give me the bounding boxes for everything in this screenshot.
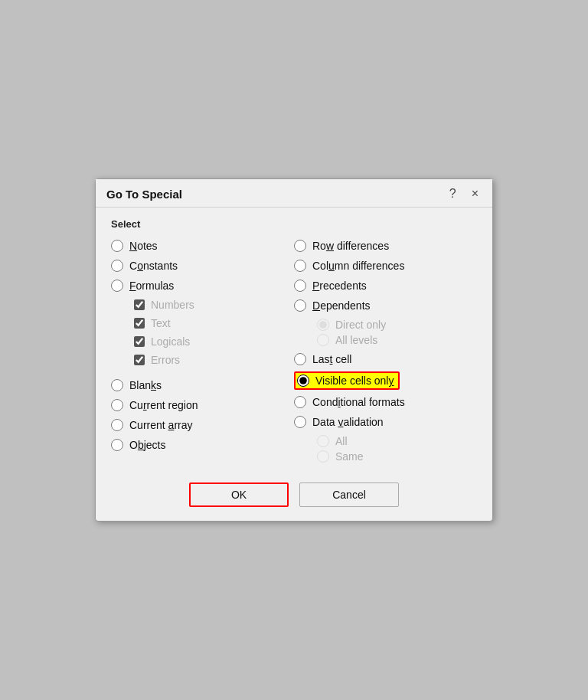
formula-sub-errors[interactable]: Errors	[134, 352, 294, 368]
sub-direct-only[interactable]: Direct only	[317, 317, 477, 332]
help-button[interactable]: ?	[446, 187, 459, 201]
goto-special-dialog: Go To Special ? × Select Notes Constants	[95, 178, 493, 522]
option-data-validation[interactable]: Data validation	[294, 414, 477, 430]
left-column: Notes Constants Formulas Numbers	[111, 237, 294, 464]
section-label: Select	[111, 218, 477, 230]
option-current-region-label: Current region	[129, 399, 198, 411]
option-dependents-label: Dependents	[312, 299, 371, 312]
ok-button[interactable]: OK	[189, 482, 289, 507]
sub-all-levels-label: All levels	[335, 334, 377, 346]
formula-errors-label: Errors	[151, 354, 180, 366]
visible-cells-highlight: Visible cells only	[294, 371, 400, 390]
option-current-array-label: Current array	[129, 419, 193, 431]
option-col-diff-label: Column differences	[312, 260, 404, 272]
dialog-title: Go To Special	[106, 188, 182, 201]
option-notes[interactable]: Notes	[111, 237, 294, 254]
options-columns: Notes Constants Formulas Numbers	[111, 237, 477, 464]
dialog-footer: OK Cancel	[96, 472, 492, 521]
dialog-body: Select Notes Constants Formulas	[96, 208, 492, 472]
sub-dv-all[interactable]: All	[317, 433, 477, 449]
option-col-diff[interactable]: Column differences	[294, 257, 477, 274]
option-row-diff-label: Row differences	[312, 240, 389, 252]
option-last-cell-label: Last cell	[312, 353, 351, 365]
option-notes-label: Notes	[129, 240, 158, 252]
option-current-region[interactable]: Current region	[111, 397, 294, 414]
sub-dv-all-label: All	[335, 435, 348, 447]
formula-numbers-label: Numbers	[151, 299, 194, 311]
sub-dv-same[interactable]: Same	[317, 449, 477, 464]
data-validation-sub: All Same	[317, 433, 477, 464]
formula-sub-logicals[interactable]: Logicals	[134, 334, 294, 349]
formula-sub-numbers[interactable]: Numbers	[134, 297, 294, 312]
option-blanks-label: Blanks	[129, 379, 162, 391]
option-constants[interactable]: Constants	[111, 257, 294, 274]
sub-direct-only-label: Direct only	[335, 319, 386, 331]
formula-logicals-label: Logicals	[151, 335, 190, 348]
close-button[interactable]: ×	[469, 187, 482, 201]
option-objects-label: Objects	[129, 439, 165, 451]
dependent-sub: Direct only All levels	[317, 317, 477, 348]
option-current-array[interactable]: Current array	[111, 417, 294, 433]
sub-dv-same-label: Same	[335, 450, 364, 463]
right-column: Row differences Column differences Prece…	[294, 237, 477, 464]
option-conditional[interactable]: Conditional formats	[294, 394, 477, 411]
cancel-button[interactable]: Cancel	[299, 482, 399, 507]
formula-text-label: Text	[151, 317, 171, 329]
title-actions: ? ×	[446, 187, 482, 201]
option-last-cell[interactable]: Last cell	[294, 351, 477, 368]
option-formulas[interactable]: Formulas	[111, 277, 294, 294]
sub-all-levels[interactable]: All levels	[317, 332, 477, 348]
option-constants-label: Constants	[129, 260, 178, 272]
option-visible-cells-label: Visible cells only	[315, 375, 394, 387]
formula-sub-text[interactable]: Text	[134, 316, 294, 331]
option-precedents[interactable]: Precedents	[294, 277, 477, 294]
option-conditional-label: Conditional formats	[312, 396, 405, 408]
option-dependents[interactable]: Dependents	[294, 297, 477, 314]
option-precedents-label: Precedents	[312, 280, 367, 292]
option-objects[interactable]: Objects	[111, 437, 294, 453]
option-formulas-label: Formulas	[129, 280, 174, 292]
option-row-diff[interactable]: Row differences	[294, 237, 477, 254]
option-visible-cells[interactable]: Visible cells only	[294, 371, 477, 391]
title-bar: Go To Special ? ×	[96, 179, 492, 208]
option-blanks[interactable]: Blanks	[111, 377, 294, 394]
option-data-validation-label: Data validation	[312, 416, 384, 428]
